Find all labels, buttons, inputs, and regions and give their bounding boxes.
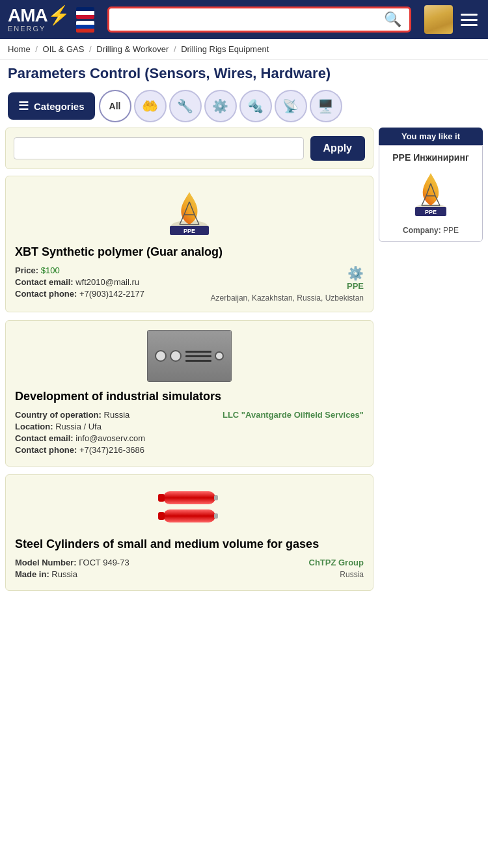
product-left-3: Model Number: ГОСТ 949-73 Made in: Russi… [15, 558, 129, 581]
cylinders-image [147, 484, 232, 530]
product-details-1: Price: $100 Contact email: wft2010@mail.… [15, 265, 364, 303]
content-area: Apply [5, 128, 373, 599]
product-right-3: ChTPZ Group Russia [309, 558, 364, 579]
product-card-3: Steel Cylinders of small and medium volu… [5, 474, 373, 591]
sim-line-3 [185, 360, 211, 362]
sidebar-card: PPE Инжиниринг [379, 145, 483, 242]
breadcrumb-oil-gas[interactable]: OIL & GAS [43, 44, 85, 54]
product-country-2: Country of operation: Russia [15, 410, 145, 420]
sim-knob-2 [170, 350, 182, 362]
company-location-3: Russia [309, 570, 364, 579]
breadcrumb-equipment[interactable]: Drilling Rigs Equipment [181, 44, 269, 54]
product-made-3: Made in: Russia [15, 569, 129, 579]
hamburger-line [461, 24, 478, 26]
company-name-1[interactable]: PPE [211, 281, 364, 291]
breadcrumb-sep: / [174, 44, 176, 54]
search-button[interactable]: 🔍 [381, 11, 404, 28]
sidebar-logo-image: PPE [405, 168, 457, 220]
cylinder-2 [163, 509, 215, 522]
product-title-1: XBT Synthetic polymer (Guar analog) [15, 245, 364, 259]
sidebar-right: You may like it PPE Инжиниринг [379, 128, 483, 599]
product-details-2: Country of operation: Russia Location: R… [15, 410, 364, 457]
logo: AMA⚡ ENERGY [8, 7, 70, 33]
product-left-2: Country of operation: Russia Location: R… [15, 410, 145, 457]
product-model-3: Model Number: ГОСТ 949-73 [15, 558, 129, 567]
filter-input[interactable] [14, 137, 304, 159]
sim-line-2 [185, 355, 211, 357]
categories-label: Categories [34, 101, 85, 112]
product-left-1: Price: $100 Contact email: wft2010@mail.… [15, 265, 144, 301]
breadcrumb-sep: / [89, 44, 92, 54]
header: AMA⚡ ENERGY 🔍 [0, 0, 488, 39]
filter-tab-1[interactable]: 🤲 [134, 90, 167, 122]
filter-tab-2[interactable]: 🔧 [169, 90, 202, 122]
product-phone-1: Contact phone: +7(903)142-2177 [15, 289, 144, 299]
sidebar-company-label: Company: PPE [386, 226, 476, 235]
filter-tab-all[interactable]: All [99, 90, 131, 122]
email-value: wft2010@mail.ru [75, 277, 139, 287]
breadcrumb: Home / OIL & GAS / Drilling & Workover /… [0, 39, 488, 60]
main-layout: Apply [0, 128, 488, 599]
svg-text:PPE: PPE [425, 209, 437, 215]
model-value: ГОСТ 949-73 [79, 558, 129, 567]
simulator-image [147, 330, 232, 382]
avatar[interactable] [424, 5, 453, 34]
hamburger-line [461, 14, 478, 16]
filter-bar: Apply [5, 128, 373, 169]
apply-button[interactable]: Apply [310, 136, 365, 161]
search-input[interactable] [115, 14, 381, 25]
product-image-area-2 [15, 330, 364, 382]
sidebar-company-short: PPE [443, 226, 459, 235]
product-title-3: Steel Cylinders of small and medium volu… [15, 537, 364, 551]
product-right-2: LLC "Avantgarde Oilfield Services" [223, 410, 364, 420]
logo-text: AMA⚡ [8, 7, 70, 25]
hamburger-menu[interactable] [458, 11, 480, 29]
breadcrumb-sep: / [35, 44, 38, 54]
ppe-logo-image: PPE [157, 185, 222, 237]
cylinders-stack [163, 491, 215, 522]
company-name-3[interactable]: ChTPZ Group [309, 558, 364, 567]
page-title: Parameters Control (Sensors, Wires, Hard… [0, 60, 488, 85]
breadcrumb-drilling[interactable]: Drilling & Workover [96, 44, 169, 54]
filter-tabs: All 🤲 🔧 ⚙️ 🔩 📡 🖥️ [99, 90, 342, 122]
location-value: Russia / Ufa [55, 422, 102, 431]
product-email-2: Contact email: info@avoserv.com [15, 433, 145, 443]
product-card-1: PPE XBT Synthetic polymer (Guar analog) … [5, 176, 373, 312]
product-image-area-3 [15, 484, 364, 530]
filter-tab-6[interactable]: 🖥️ [310, 90, 342, 122]
company-gear-icon: ⚙️ [211, 265, 364, 281]
search-area[interactable]: 🔍 [107, 7, 411, 33]
email-value-2: info@avoserv.com [75, 433, 145, 443]
product-title-2: Development of industrial simulators [15, 390, 364, 403]
made-value: Russia [51, 569, 77, 579]
categories-button[interactable]: ☰ Categories [8, 92, 95, 120]
product-price-1: Price: $100 [15, 265, 144, 275]
sidebar-company: PPE Инжиниринг [379, 146, 482, 241]
country-value: Russia [104, 410, 130, 420]
header-right [424, 5, 480, 34]
hamburger-line [461, 19, 478, 21]
filter-tab-3[interactable]: ⚙️ [204, 90, 237, 122]
sim-line-1 [185, 351, 211, 353]
cylinder-1 [163, 491, 215, 504]
sidebar-company-key: Company: [403, 226, 441, 235]
sidebar-company-name[interactable]: PPE Инжиниринг [386, 152, 476, 163]
price-value: $100 [41, 265, 60, 275]
logo-energy: ENERGY [8, 25, 70, 33]
sim-panel-lines [185, 351, 211, 362]
breadcrumb-home[interactable]: Home [8, 44, 31, 54]
product-right-1: ⚙️ PPE Azerbaijan, Kazakhstan, Russia, U… [211, 265, 364, 303]
filter-tab-5[interactable]: 📡 [275, 90, 307, 122]
company-location-1: Azerbaijan, Kazakhstan, Russia, Uzbekist… [211, 293, 364, 303]
product-image-area-1: PPE [15, 185, 364, 237]
product-email-1: Contact email: wft2010@mail.ru [15, 277, 144, 287]
product-card-2: Development of industrial simulators Cou… [5, 320, 373, 467]
flag-uk [76, 7, 94, 19]
phone-value-2: +7(347)216-3686 [79, 445, 144, 455]
company-name-2[interactable]: LLC "Avantgarde Oilfield Services" [223, 410, 364, 420]
logo-area: AMA⚡ ENERGY [8, 7, 94, 33]
product-phone-2: Contact phone: +7(347)216-3686 [15, 445, 145, 455]
product-location-2: Location: Russia / Ufa [15, 422, 145, 431]
filter-tab-4[interactable]: 🔩 [239, 90, 272, 122]
flags [76, 7, 94, 33]
